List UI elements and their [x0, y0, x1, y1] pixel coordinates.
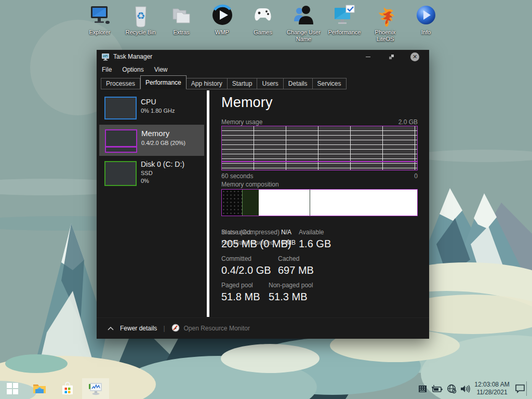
taskbar-file-explorer-button[interactable] [27, 378, 52, 399]
touch-keyboard-icon[interactable] [416, 378, 429, 399]
fewer-details-button[interactable]: Fewer details [120, 325, 157, 332]
desktop-icon-games[interactable]: Games [244, 3, 282, 42]
stat-value: 697 MB [278, 264, 314, 276]
taskbar-task-manager-button[interactable] [82, 378, 109, 399]
task-manager-icon [88, 382, 103, 395]
desktop-icon-label: Performance [326, 29, 363, 36]
volume-icon[interactable] [458, 378, 472, 399]
desktop-icon-label: WMP [204, 29, 241, 36]
desktop-icon-extras[interactable]: Extras [163, 3, 200, 42]
desktop-icon-label: Extras [163, 29, 200, 36]
menu-view[interactable]: View [149, 66, 173, 73]
desktop-icon-label: Recycle Bin [122, 29, 159, 36]
sidebar-item-disk0[interactable]: Disk 0 (C: D:) SSD 0% [99, 159, 204, 189]
stat-label: Non-paged pool [269, 282, 313, 289]
tab-startup[interactable]: Startup [228, 78, 258, 89]
recycle-bin-icon: ♻ [128, 3, 153, 28]
taskbar-clock[interactable]: 12:03:08 AM 11/28/2021 [472, 378, 512, 399]
taskbar-store-button[interactable] [55, 378, 80, 399]
desktop-icon-change-user-name[interactable]: Change User Name [285, 3, 323, 42]
desktop-icon-explorer[interactable]: Explorer [81, 3, 118, 42]
sidebar-item-subtitle: 0.4/2.0 GB (20%) [141, 140, 185, 146]
task-manager-app-icon [101, 53, 110, 61]
open-resource-monitor-link[interactable]: Open Resource Monitor [184, 325, 250, 332]
sidebar-scrollbar[interactable] [207, 90, 209, 317]
sidebar-item-subtitle: 0% 1.80 GHz [141, 108, 175, 114]
svg-text:♻: ♻ [136, 10, 145, 21]
desktop-icon-label: Games [244, 29, 282, 36]
taskbar: 12:03:08 AM 11/28/2021 [0, 378, 532, 399]
stat-value: 0.4/2.0 GB [221, 264, 271, 276]
cpu-thumbnail [104, 97, 137, 119]
clock-time: 12:03:08 AM [474, 381, 509, 389]
stat-committed: Committed 0.4/2.0 GB [221, 255, 271, 276]
desktop-icon-info[interactable]: Info [407, 3, 445, 42]
sidebar-item-cpu[interactable]: CPU 0% 1.80 GHz [99, 96, 204, 124]
menu-options[interactable]: Options [117, 66, 149, 73]
sidebar-item-title: Memory [141, 129, 169, 138]
close-button[interactable]: ✕ [403, 50, 427, 63]
tab-users[interactable]: Users [257, 78, 283, 89]
task-manager-window: Task Manager ✕ File Options View Process… [97, 50, 429, 339]
gamepad-icon [250, 3, 275, 28]
explorer-icon [87, 3, 112, 28]
restore-button[interactable] [380, 50, 403, 63]
stat-value: 205 MB (0 MB) [221, 238, 291, 250]
media-player-icon [210, 3, 235, 28]
tab-services[interactable]: Services [313, 78, 347, 89]
stat-nonpaged-pool: Non-paged pool 51.3 MB [269, 282, 313, 303]
tab-strip: Processes Performance App history Startu… [101, 76, 429, 89]
stat-label: Available [299, 229, 331, 236]
tab-processes[interactable]: Processes [101, 78, 140, 89]
stat-label: Committed [221, 255, 271, 262]
desktop-icon-recycle-bin[interactable]: ♻ Recycle Bin [122, 3, 159, 42]
show-desktop-strip[interactable] [526, 381, 527, 396]
graph-time-end-label: 0 [414, 172, 418, 180]
memory-panel: Memory Memory usage 2.0 GB 60 seconds 0 … [210, 89, 429, 318]
desktop-icon-label: Change User Name [285, 29, 323, 42]
stat-value: 51.8 MB [221, 291, 260, 303]
tab-details[interactable]: Details [284, 78, 313, 89]
footer-divider: | [163, 325, 165, 332]
minimize-button[interactable] [356, 50, 380, 63]
stat-label: Paged pool [221, 282, 260, 289]
desktop-icon-phoenix-liteos[interactable]: Phoenix LiteOS [367, 3, 404, 42]
folders-icon [169, 3, 194, 28]
desktop-icon-label: Phoenix LiteOS [367, 29, 404, 42]
composition-modified-segment [242, 190, 258, 216]
battery-power-icon[interactable] [430, 378, 444, 399]
menu-bar: File Options View [97, 63, 429, 76]
resource-monitor-icon [171, 324, 180, 334]
action-center-icon[interactable] [513, 378, 527, 399]
title-bar: Task Manager ✕ [97, 50, 429, 63]
memory-composition-bar[interactable] [221, 189, 418, 216]
desktop-icon-label: Info [407, 29, 445, 36]
stat-label: In use (Compressed) [221, 229, 291, 236]
tab-app-history[interactable]: App history [187, 78, 228, 89]
desktop-icon-label: Explorer [81, 29, 118, 36]
sidebar-item-memory[interactable]: Memory 0.4/2.0 GB (20%) [99, 125, 204, 156]
sidebar-item-title: CPU [141, 98, 156, 106]
info-icon [414, 3, 438, 28]
menu-file[interactable]: File [97, 66, 117, 73]
desktop-icon-performance[interactable]: Performance [326, 3, 363, 42]
desktop-icon-wmp[interactable]: WMP [204, 3, 241, 42]
stat-value: 51.3 MB [269, 291, 313, 303]
tab-performance[interactable]: Performance [140, 75, 187, 89]
stat-cached: Cached 697 MB [278, 255, 314, 276]
desktop-icon-row: Explorer ♻ Recycle Bin Extras WMP Games [81, 3, 445, 42]
stat-available: Available 1.6 GB [299, 229, 331, 250]
sidebar-item-subtitle: SSD [141, 170, 153, 176]
memory-scale-max: 2.0 GB [398, 118, 418, 126]
network-globe-icon[interactable] [445, 378, 458, 399]
microsoft-store-icon [61, 382, 74, 395]
window-footer: Fewer details | Open Resource Monitor [97, 317, 429, 339]
chevron-up-icon [108, 327, 114, 330]
disk-thumbnail [104, 161, 137, 186]
memory-usage-graph[interactable] [221, 126, 418, 170]
memory-usage-label: Memory usage [221, 118, 262, 126]
stat-value: 1.6 GB [299, 238, 331, 250]
stat-paged-pool: Paged pool 51.8 MB [221, 282, 260, 303]
start-button[interactable] [0, 378, 25, 399]
phoenix-icon [373, 3, 398, 28]
